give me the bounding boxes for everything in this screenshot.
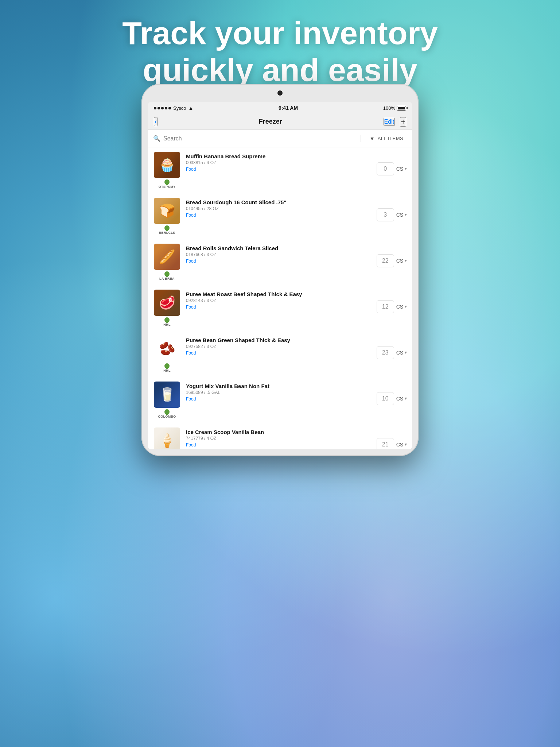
wifi-icon: ▲ [188,105,193,111]
chevron-down-icon: ▼ [404,351,408,355]
item-image-col: COLOMBO [152,382,182,423]
unit-selector[interactable]: CS ▼ [396,442,408,448]
status-right: 100% [383,105,406,111]
item-meta: 0927582 / 3 OZ [186,344,372,349]
item-qty-col: 21 CS ▼ [377,438,408,450]
brand-badge: COLOMBO [158,409,176,418]
list-item[interactable]: COLOMBO Yogurt Mix Vanilla Bean Non Fat … [148,377,412,423]
battery-bar [397,106,406,111]
filter-icon: ▼ [370,136,375,142]
list-item[interactable]: OTSPKMY Muffin Banana Bread Supreme 0033… [148,147,412,193]
add-button[interactable]: + [400,117,406,127]
item-details: Bread Rolls Sandwich Telera Sliced 01876… [182,244,377,285]
edit-button[interactable]: Edit [384,118,395,126]
item-details: Puree Bean Green Shaped Thick & Easy 092… [182,336,377,377]
qty-input[interactable]: 0 [377,162,394,175]
signal-dot-5 [168,107,171,109]
unit-selector[interactable]: CS ▼ [396,212,408,218]
item-name: Bread Sourdough 16 Count Sliced .75" [186,199,372,205]
search-filter-bar: 🔍 ▼ ALL ITEMS [148,130,412,147]
filter-label: ALL ITEMS [378,136,403,141]
item-meta: 0033815 / 4 OZ [186,160,372,165]
item-category: Food [186,351,372,356]
unit-label: CS [396,166,403,172]
unit-label: CS [396,396,403,402]
brand-badge: HHL [163,317,170,326]
qty-input[interactable]: 21 [377,438,394,450]
brand-leaf-icon [163,316,171,324]
item-name: Puree Bean Green Shaped Thick & Easy [186,337,372,343]
chevron-down-icon: ▼ [404,442,408,446]
brand-leaf-icon [163,224,171,232]
item-category: Food [186,305,372,310]
chevron-down-icon: ▼ [404,259,408,263]
item-image [154,336,180,362]
item-category: Food [186,213,372,218]
list-item[interactable]: BLU BNY Ice Cream Scoop Vanilla Bean 741… [148,423,412,449]
brand-leaf-icon [163,408,171,415]
unit-label: CS [396,212,403,218]
brand-badge: LA BREA [159,271,175,280]
list-item[interactable]: BBRLCLS Bread Sourdough 16 Count Sliced … [148,193,412,239]
chevron-down-icon: ▼ [404,396,408,400]
signal-dot-3 [161,107,164,109]
item-details: Muffin Banana Bread Supreme 0033815 / 4 … [182,152,377,193]
item-name: Bread Rolls Sandwich Telera Sliced [186,245,372,251]
qty-input[interactable]: 10 [377,392,394,405]
item-image-col: HHL [152,290,182,331]
brand-leaf-icon [163,362,171,369]
item-details: Puree Meat Roast Beef Shaped Thick & Eas… [182,290,377,331]
list-item[interactable]: HHL Puree Bean Green Shaped Thick & Easy… [148,331,412,377]
battery-percent: 100% [383,105,395,111]
item-image [154,152,180,178]
item-name: Yogurt Mix Vanilla Bean Non Fat [186,383,372,389]
tablet-camera [277,90,283,96]
qty-input[interactable]: 22 [377,254,394,267]
unit-selector[interactable]: CS ▼ [396,258,408,264]
item-category: Food [186,396,372,402]
item-name: Ice Cream Scoop Vanilla Bean [186,429,372,435]
item-meta: 0187668 / 3 OZ [186,252,372,257]
item-qty-col: 12 CS ▼ [377,300,408,321]
brand-badge: HHL [163,363,170,372]
item-image [154,244,180,270]
status-bar: Sysco ▲ 9:41 AM 100% [148,102,412,114]
brand-badge: BBRLCLS [159,225,175,235]
nav-bar: ‹ Freezer Edit + [148,114,412,130]
item-category: Food [186,442,372,448]
unit-selector[interactable]: CS ▼ [396,304,408,310]
brand-leaf-icon [163,178,171,186]
qty-input[interactable]: 12 [377,300,394,313]
search-area[interactable]: 🔍 [148,135,361,142]
list-item[interactable]: HHL Puree Meat Roast Beef Shaped Thick &… [148,285,412,331]
unit-label: CS [396,258,403,264]
unit-label: CS [396,350,403,356]
search-input[interactable] [163,135,355,142]
item-meta: 0104455 / 28 OZ [186,206,372,211]
qty-input[interactable]: 3 [377,208,394,221]
unit-label: CS [396,304,403,310]
carrier-name: Sysco [173,105,186,111]
filter-area[interactable]: ▼ ALL ITEMS [361,136,412,142]
unit-selector[interactable]: CS ▼ [396,396,408,402]
item-meta: 7417779 / 4 OZ [186,436,372,441]
status-left: Sysco ▲ [154,105,193,111]
unit-selector[interactable]: CS ▼ [396,350,408,356]
back-button[interactable]: ‹ [154,117,158,126]
search-icon: 🔍 [153,135,160,142]
qty-input[interactable]: 23 [377,346,394,359]
item-name: Puree Meat Roast Beef Shaped Thick & Eas… [186,291,372,297]
list-item[interactable]: LA BREA Bread Rolls Sandwich Telera Slic… [148,239,412,285]
item-details: Bread Sourdough 16 Count Sliced .75" 010… [182,198,377,239]
item-image [154,382,180,408]
item-meta: 0928143 / 3 OZ [186,298,372,303]
brand-badge: OTSPKMY [159,179,176,189]
item-qty-col: 0 CS ▼ [377,162,408,183]
item-category: Food [186,259,372,264]
signal-dot-4 [165,107,167,109]
tablet-screen: Sysco ▲ 9:41 AM 100% ‹ Freezer Edit + [148,102,412,449]
unit-selector[interactable]: CS ▼ [396,166,408,172]
item-image-col: BLU BNY [152,427,182,449]
back-chevron-icon: ‹ [155,118,157,125]
signal-dots [154,107,171,109]
